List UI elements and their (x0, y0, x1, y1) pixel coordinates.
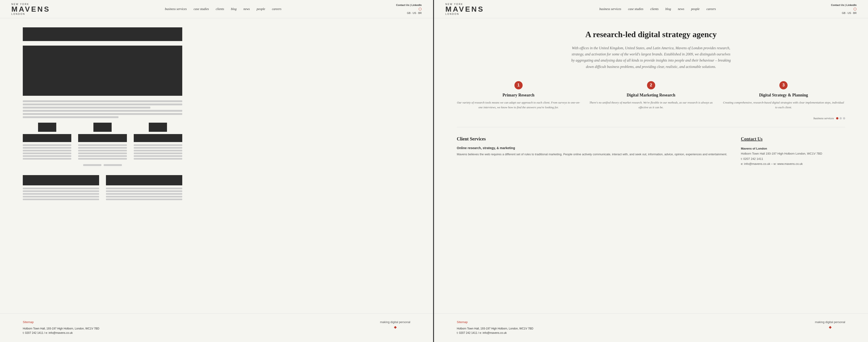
client-services-col: Client Services Online research, strateg… (457, 136, 727, 166)
nav-right: business services case studies clients b… (599, 7, 716, 11)
footer-tagline-right: making digital personal (815, 320, 845, 324)
wireframe-col-line-2d (78, 152, 127, 154)
logo-main-left: MAVENS (11, 5, 50, 13)
pagination-item-1 (83, 164, 101, 166)
contact-email: e: info@mavens.co.uk (741, 162, 770, 166)
wireframe-banner-top (23, 27, 182, 41)
nav-business-services-right[interactable]: business services (599, 7, 621, 11)
services-section: 1 Primary Research Our variety of resear… (457, 81, 845, 110)
wireframe-pagination (23, 164, 182, 166)
nav-clients-right[interactable]: clients (650, 7, 659, 11)
nav-news-left[interactable]: news (243, 7, 250, 11)
linkedin-label-right[interactable]: LinkedIn (846, 4, 857, 6)
wireframe-col-line-1a (23, 144, 71, 146)
wireframe-col-line-3d (134, 152, 182, 154)
wireframe-line-4 (23, 110, 182, 112)
nav-left: business services case studies clients b… (165, 7, 282, 11)
wireframe-two-col-line-1e (23, 199, 99, 200)
wireframe-col-line-2f (78, 158, 127, 160)
wireframe-two-col (23, 175, 182, 201)
service-title-3: Digital Strategy & Planning (722, 93, 845, 97)
sitemap-link-left[interactable]: Sitemap (23, 320, 99, 324)
footer-address-right: Holborn Town Hall, 193-197 High Holborn,… (457, 326, 533, 335)
footer-phone-right: t: 0207 242 1411 / e: info@mavens.co.uk (457, 331, 533, 335)
footer-left-info: Sitemap Holborn Town Hall, 193-197 High … (23, 320, 99, 335)
nav-news-right[interactable]: news (678, 7, 684, 11)
wireframe-two-col-line-2a (106, 188, 182, 189)
dot-2[interactable] (839, 117, 842, 119)
footer-addr-street-left: Holborn Town Hall, 193-197 High Holborn,… (23, 326, 99, 331)
sitemap-link-right[interactable]: Sitemap (457, 320, 533, 324)
nav-careers-right[interactable]: careers (707, 7, 716, 11)
contact-address: Holborn Town Hall 193-197 High Holborn L… (741, 152, 822, 155)
contact-title[interactable]: Contact Us (741, 136, 822, 142)
wireframe-two-col-line-1d (23, 196, 99, 197)
nav-case-studies-left[interactable]: case studies (194, 7, 209, 11)
wireframe-col-img-2 (93, 123, 112, 132)
wireframe-col-img-1 (38, 123, 56, 132)
contact-label-left[interactable]: Contact Us (396, 4, 409, 6)
footer-right-tagline: making digital personal ◆ (815, 320, 845, 329)
header-right-right: Contact Us | LinkedIn ⬡ GB · US · BR (831, 4, 857, 15)
header-right-left: Contact Us | LinkedIn ⬡ GB · US · BR (396, 4, 422, 15)
wireframe-col-3 (134, 123, 182, 161)
nav-people-left[interactable]: people (256, 7, 265, 11)
wireframe-col-line-2e (78, 155, 127, 157)
right-panel: NEW YORK MAVENS LONDON business services… (434, 0, 868, 342)
dot-1[interactable] (836, 117, 838, 119)
linkedin-label-left[interactable]: LinkedIn (411, 4, 422, 6)
client-services-subtitle: Online research, strategy, & marketing (457, 146, 727, 150)
contact-label-right[interactable]: Contact Us (831, 4, 844, 6)
services-footer-row: business services (457, 116, 845, 120)
service-desc-2: There's no unified theory of market rese… (589, 100, 713, 110)
wireframe-col-btn-1 (23, 134, 71, 142)
contact-linkedin-right: Contact Us | LinkedIn (831, 4, 857, 6)
wireframe-two-col-line-2d (106, 196, 182, 197)
nav-case-studies-right[interactable]: case studies (628, 7, 643, 11)
hero-title: A research-led digital strategy agency (457, 30, 845, 39)
wireframe-col-line-3b (134, 147, 182, 149)
logo-sub-left: LONDON (11, 13, 25, 15)
nav-blog-right[interactable]: blog (665, 7, 671, 11)
footer-addr-street-right: Holborn Town Hall, 193-197 High Holborn,… (457, 326, 533, 331)
footer-tagline-left: making digital personal (380, 320, 410, 324)
wireframe-col-1 (23, 123, 71, 161)
contact-linkedin-left: Contact Us | LinkedIn (396, 4, 422, 6)
contact-details: Mavens of London Holborn Town Hall 193-1… (741, 146, 822, 166)
pagination-item-2 (104, 164, 122, 166)
wireframe-col-line-1c (23, 150, 71, 151)
footer-phone-left: t: 0207 242 1411 / e: info@mavens.co.uk (23, 331, 99, 335)
wireframe-col-line-1d (23, 152, 71, 154)
footer-address-left: Holborn Town Hall, 193-197 High Holborn,… (23, 326, 99, 335)
diamond-icon-left: ◆ (394, 325, 397, 329)
header-left: NEW YORK MAVENS LONDON business services… (0, 0, 433, 18)
wireframe-col-line-3f (134, 158, 182, 160)
nav-blog-left[interactable]: blog (231, 7, 237, 11)
wireframe-col-2 (78, 123, 127, 161)
locale-links-left[interactable]: GB · US · BR (407, 11, 422, 15)
footer-right-info: Sitemap Holborn Town Hall, 193-197 High … (457, 320, 533, 335)
service-col-2: 2 Digital Marketing Research There's no … (589, 81, 713, 110)
service-desc-3: Creating comprehensive, research-based d… (722, 100, 845, 110)
wireframe-two-col-item-1 (23, 175, 99, 201)
wireframe-two-col-line-2e (106, 199, 182, 200)
service-badge-1: 1 (515, 81, 523, 89)
dot-3[interactable] (843, 117, 845, 119)
nav-people-right[interactable]: people (691, 7, 700, 11)
logo-left: NEW YORK MAVENS LONDON (11, 3, 50, 15)
logo-main-right: MAVENS (445, 5, 484, 13)
footer-left: Sitemap Holborn Town Hall, 193-197 High … (0, 313, 433, 342)
wireframe-two-col-btn-2 (106, 175, 182, 186)
wireframe-col-btn-3 (134, 134, 182, 142)
nav-business-services-left[interactable]: business services (165, 7, 187, 11)
contact-company-name: Mavens of London (741, 147, 767, 150)
service-desc-1: Our variety of research tools means we c… (457, 100, 580, 110)
nav-careers-left[interactable]: careers (272, 7, 281, 11)
business-services-link[interactable]: business services (813, 116, 834, 120)
wireframe-line-1 (23, 100, 182, 102)
wireframe-col-line-2c (78, 150, 127, 151)
service-badge-2: 2 (647, 81, 655, 89)
locale-links-right[interactable]: GB · US · BR (842, 11, 857, 15)
nav-clients-left[interactable]: clients (216, 7, 224, 11)
wireframe-col-line-3e (134, 155, 182, 157)
